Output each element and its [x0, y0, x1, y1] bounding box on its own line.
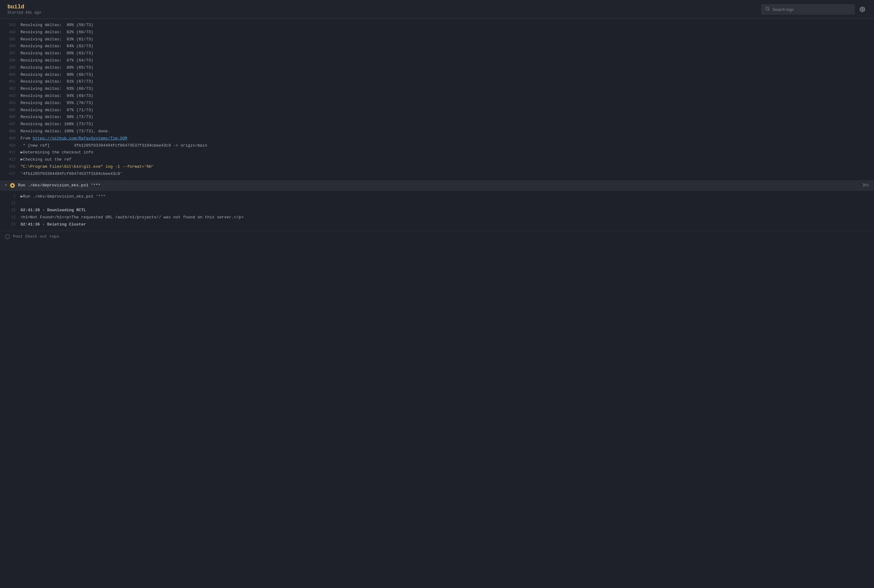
line-number: 11 [5, 207, 21, 213]
line-content: Resolving deltas: 87% (64/73) [21, 57, 93, 64]
line-number: 12 [5, 214, 21, 220]
search-box[interactable] [761, 4, 855, 14]
line-content: From https://github.com/RafaySystems/Tim… [21, 135, 127, 142]
line-content: * [new ref] 4fb1285f03394494fcf86474537f… [21, 142, 207, 149]
log-line: 412 ▶Checking out the ref [0, 156, 874, 164]
line-number: 406 [5, 114, 21, 120]
line-content: Resolving deltas: 90% (66/73) [21, 72, 93, 78]
log-line: 11 [0, 200, 874, 207]
line-number: 396 [5, 44, 21, 50]
post-step: Post Check out repo [0, 231, 874, 242]
log-line: 395 Resolving deltas: 83% (61/73) [0, 36, 874, 43]
line-content: Resolving deltas: 97% (71/73) [21, 107, 93, 114]
line-number: 403 [5, 93, 21, 99]
pending-status-indicator [5, 234, 10, 239]
header: build Started 49s ago [0, 0, 874, 19]
gear-icon [860, 6, 865, 12]
line-content: Resolving deltas: 82% (60/73) [21, 29, 93, 36]
line-number: 394 [5, 30, 21, 35]
log-line: 12 <h1>Not Found</h1><p>The requested UR… [0, 214, 874, 221]
line-content: Resolving deltas: 95% (70/73) [21, 100, 93, 106]
github-link[interactable]: https://github.com/RafaySystems/Tim-SOM [33, 136, 127, 141]
line-number: 404 [5, 100, 21, 106]
settings-button[interactable] [859, 5, 866, 14]
section-left: ▼ Run ./eks/deprovision_eks.ps1 '*** [5, 183, 101, 188]
log-line: 408 Resolving deltas: 100% (73/73), done… [0, 128, 874, 135]
line-number: 401 [5, 79, 21, 85]
line-number: 405 [5, 108, 21, 113]
line-content: Resolving deltas: 98% (72/73) [21, 114, 93, 120]
log-line: 409 From https://github.com/RafaySystems… [0, 135, 874, 142]
line-content: Resolving deltas: 100% (73/73) [21, 121, 93, 128]
log-line: 407 Resolving deltas: 100% (73/73) [0, 121, 874, 128]
status-indicator [10, 183, 15, 188]
line-number: 412 [5, 157, 21, 163]
log-line: 411 ▶Determining the checkout info [0, 149, 874, 156]
line-number: 411 [5, 150, 21, 156]
line-number: 397 [5, 51, 21, 57]
line-content[interactable]: ▶Determining the checkout info [21, 149, 93, 156]
chevron-down-icon: ▼ [5, 184, 7, 187]
svg-line-1 [769, 10, 770, 11]
line-content[interactable]: ▶Run ./eks/deprovision_eks.ps1 '*** [21, 194, 105, 200]
line-number: 416 [5, 164, 21, 170]
line-number: 410 [5, 143, 21, 149]
line-content: Resolving deltas: 86% (63/73) [21, 50, 93, 57]
log-line: 403 Resolving deltas: 94% (69/73) [0, 93, 874, 100]
line-content: "C:\Program Files\Git\bin\git.exe" log -… [21, 164, 154, 170]
log-line: 404 Resolving deltas: 95% (70/73) [0, 100, 874, 107]
header-right [761, 4, 866, 14]
line-number: 400 [5, 72, 21, 78]
log-line: 405 Resolving deltas: 97% (71/73) [0, 107, 874, 114]
line-number: 398 [5, 58, 21, 64]
line-number: 13 [5, 222, 21, 228]
line-content: Resolving deltas: 80% (59/73) [21, 22, 93, 28]
line-number: 409 [5, 136, 21, 142]
search-input[interactable] [772, 7, 851, 12]
line-content: Resolving deltas: 84% (62/73) [21, 43, 93, 50]
line-number: 417 [5, 171, 21, 177]
log-line: 13 02:41:36 - Deleting Cluster [0, 221, 874, 228]
log-line: 400 Resolving deltas: 90% (66/73) [0, 72, 874, 79]
log-line: 410 * [new ref] 4fb1285f03394494fcf86474… [0, 142, 874, 149]
line-content[interactable]: ▶Checking out the ref [21, 156, 71, 163]
log-line: 399 Resolving deltas: 89% (65/73) [0, 64, 874, 72]
post-step-label: Post Check out repo [13, 234, 59, 239]
section-title: Run ./eks/deprovision_eks.ps1 '*** [18, 183, 101, 188]
build-title: build [8, 4, 41, 10]
line-number: 399 [5, 65, 21, 71]
line-number: 407 [5, 122, 21, 128]
log-line: 397 Resolving deltas: 86% (63/73) [0, 50, 874, 57]
log-line: 396 Resolving deltas: 84% (62/73) [0, 43, 874, 50]
line-content: 02:41:36 - Deleting Cluster [21, 222, 86, 228]
line-content: Resolving deltas: 83% (61/73) [21, 36, 93, 43]
line-content: Resolving deltas: 93% (68/73) [21, 86, 93, 92]
line-content: Resolving deltas: 89% (65/73) [21, 64, 93, 71]
line-content: Resolving deltas: 91% (67/73) [21, 79, 93, 85]
line-number: 11 [5, 200, 21, 206]
line-content: Resolving deltas: 100% (73/73), done. [21, 128, 110, 135]
build-subtitle: Started 49s ago [8, 10, 41, 15]
log-line: 1 ▶Run ./eks/deprovision_eks.ps1 '*** [0, 193, 874, 200]
line-content: Resolving deltas: 94% (69/73) [21, 93, 93, 99]
inline-log-section: 1 ▶Run ./eks/deprovision_eks.ps1 '*** 11… [0, 191, 874, 231]
log-line: 406 Resolving deltas: 98% (72/73) [0, 114, 874, 121]
line-number: 393 [5, 22, 21, 28]
log-line: 402 Resolving deltas: 93% (68/73) [0, 86, 874, 93]
log-container: 393 Resolving deltas: 80% (59/73) 394 Re… [0, 19, 874, 180]
log-line: 416 "C:\Program Files\Git\bin\git.exe" l… [0, 164, 874, 171]
log-line: 417 '4fb1285f03394494fcf86474537f3104cbe… [0, 171, 874, 178]
line-content: '4fb1285f03394494fcf86474537f3104cbee43c… [21, 171, 122, 177]
log-line: 394 Resolving deltas: 82% (60/73) [0, 29, 874, 36]
line-number: 1 [5, 194, 21, 200]
line-number: 408 [5, 129, 21, 135]
header-left: build Started 49s ago [8, 4, 41, 15]
search-icon [766, 6, 770, 12]
log-line: 398 Resolving deltas: 87% (64/73) [0, 57, 874, 64]
log-line: 11 02:41:28 - Downloading RCTL [0, 207, 874, 214]
line-content: 02:41:28 - Downloading RCTL [21, 207, 86, 214]
section-header[interactable]: ▼ Run ./eks/deprovision_eks.ps1 '*** 36s [0, 180, 874, 191]
log-line: 401 Resolving deltas: 91% (67/73) [0, 78, 874, 86]
line-number: 402 [5, 86, 21, 92]
line-content: <h1>Not Found</h1><p>The requested URL /… [21, 214, 244, 221]
